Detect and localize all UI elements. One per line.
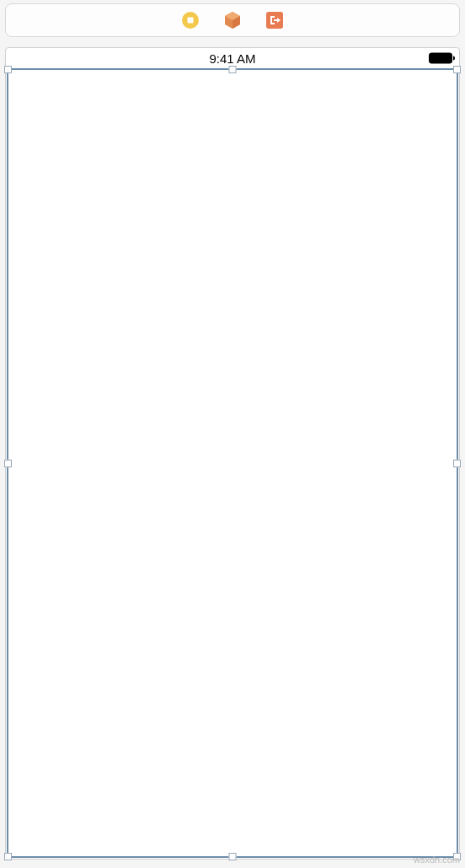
resize-handle-top-right[interactable] [453, 66, 461, 73]
exit-icon[interactable] [265, 11, 284, 29]
resize-handle-bottom-left[interactable] [4, 853, 12, 860]
device-canvas[interactable]: 9:41 AM [5, 47, 460, 860]
resize-handle-top-left[interactable] [4, 66, 12, 73]
resize-handle-middle-right[interactable] [453, 459, 461, 467]
resize-handle-middle-left[interactable] [4, 459, 12, 467]
resize-handle-bottom-center[interactable] [229, 853, 237, 860]
first-responder-icon[interactable] [223, 11, 242, 29]
selected-root-view[interactable] [7, 68, 458, 858]
battery-icon [429, 53, 452, 64]
resize-handle-top-center[interactable] [229, 66, 237, 73]
svg-rect-1 [188, 18, 194, 24]
watermark: wsxdn.com [414, 855, 460, 865]
scene-toolbar [5, 3, 460, 37]
status-time: 9:41 AM [209, 51, 255, 66]
view-controller-icon[interactable] [181, 11, 200, 29]
